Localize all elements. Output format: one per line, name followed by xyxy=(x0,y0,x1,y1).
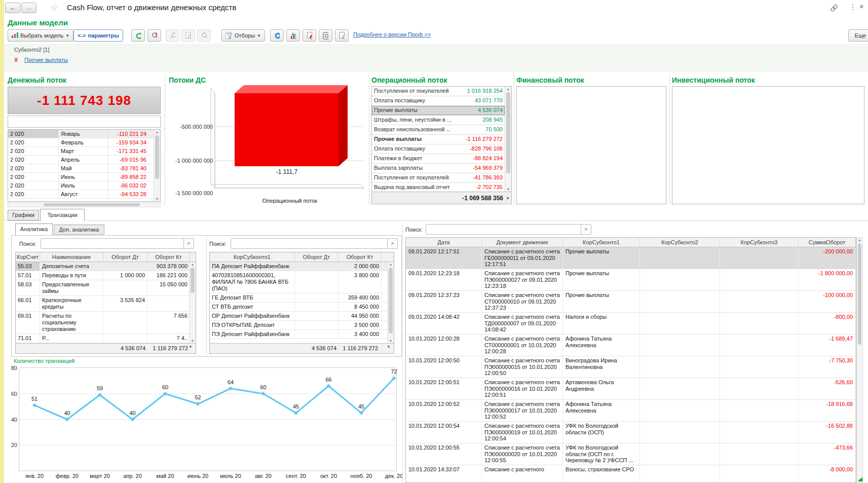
subtab-extra-analytics[interactable]: Доп. аналитика xyxy=(54,225,104,235)
transaction-row[interactable]: 10.01.2020 12:00:28Списание с расчетного… xyxy=(406,335,856,356)
cash-table-row[interactable]: 2 020Май-83 781 40 xyxy=(8,164,160,173)
cash-table-row[interactable]: 2 020Август-94 533 28 xyxy=(8,190,160,199)
flow-list-row[interactable]: Оплата поставщику-828 796 108 xyxy=(372,144,505,154)
transaction-row[interactable]: 10.01.2020 12:00:52Списание с расчетного… xyxy=(406,400,856,422)
flow-list-row[interactable]: Прочие выплаты-1 116 279 272 xyxy=(372,135,505,144)
chevron-down-icon[interactable]: ▼ xyxy=(385,343,393,351)
column-header[interactable]: КорСубконто3 xyxy=(720,238,799,247)
close-icon[interactable]: × xyxy=(859,2,864,11)
transaction-row[interactable]: 10.01.2020 12:00:55Списание с расчетного… xyxy=(406,443,856,465)
clear-search-icon[interactable]: × xyxy=(184,238,194,249)
operational-scrollbar[interactable]: ▲ ▼ xyxy=(505,87,511,192)
transaction-row[interactable]: 10.01.2020 12:00:51Списание с расчетного… xyxy=(406,378,856,400)
clear-search-icon[interactable]: × xyxy=(581,224,591,235)
nav-back-button[interactable]: ← xyxy=(5,3,20,13)
tab-transactions[interactable]: Транзакции xyxy=(40,209,85,221)
column-header[interactable]: КорСчет xyxy=(16,252,40,262)
column-header[interactable]: Дата xyxy=(406,238,482,247)
transactions-search-input[interactable] xyxy=(426,224,581,235)
clear-search-icon[interactable]: × xyxy=(388,238,398,249)
transaction-row[interactable]: 10.01.2020 12:00:54Списание с расчетного… xyxy=(406,422,856,443)
subconto-scrollbar[interactable]: ▲ ▼ xyxy=(387,262,394,343)
refresh-button[interactable] xyxy=(131,29,145,42)
flow-list-row[interactable]: Выплата зарплаты-54 969 379 xyxy=(372,164,505,173)
filters-button[interactable]: Отборы ▼ xyxy=(221,29,265,42)
flow-list-row[interactable]: Поступления от покупателей1 016 918 254 xyxy=(372,87,505,96)
nav-forward-button[interactable]: → xyxy=(21,3,36,13)
column-header[interactable]: Оборот Дт xyxy=(295,252,338,262)
flow-list-row[interactable]: Оплата поставщику43 071 770 xyxy=(372,96,505,106)
cash-table-row[interactable]: 2 020Апрель-69 015 96 xyxy=(8,156,160,164)
transaction-row[interactable]: 10.01.2020 12:00:50Списание с расчетного… xyxy=(406,356,856,378)
cash-table-row[interactable]: 2 020Июнь-89 858 22 xyxy=(8,173,160,181)
favorite-star-icon[interactable]: ☆ xyxy=(50,2,58,13)
remove-filter-icon[interactable]: X xyxy=(14,57,18,63)
transaction-row[interactable]: 09.01.2020 12:17:51Списание с расчетного… xyxy=(406,247,856,269)
accounts-table-row[interactable]: 57.01Переводы в пути1 000 000186 221 000 xyxy=(16,271,196,280)
remove-data-button[interactable]: x xyxy=(303,29,316,42)
column-header[interactable]: Наименование xyxy=(40,252,103,262)
column-header[interactable]: СуммаОборот xyxy=(799,238,856,247)
cash-table-row[interactable]: 2 020Март-171 331 45 xyxy=(8,147,160,156)
subtab-analytics[interactable]: Аналитика xyxy=(15,224,53,235)
credit-cell: 2 000 000 xyxy=(338,262,382,271)
subconto-table-row[interactable]: ПЭ Депозит Райффайзенбанк3 400 000 xyxy=(210,330,394,339)
subconto-table-row[interactable]: 40702810851600000301, ФИЛИАЛ № 7806 БАНК… xyxy=(210,271,394,293)
accounts-search-input[interactable] xyxy=(41,238,184,249)
cash-table-scrollbar[interactable]: ▲ ▼ xyxy=(154,130,160,201)
column-splitter[interactable] xyxy=(206,236,207,356)
more-button[interactable]: Еще xyxy=(848,29,868,42)
cash-year-cell: 2 020 xyxy=(8,181,59,190)
accounts-table-row[interactable]: 66.01Краткосрочные кредиты3 535 824 xyxy=(16,296,196,312)
parameters-button[interactable]: <-> параметры xyxy=(73,29,123,42)
transaction-row[interactable]: 09.01.2020 14:08:42Списание с расчетного… xyxy=(406,313,856,335)
flow-list-row[interactable]: Прочие выплаты4 536 074 xyxy=(372,106,505,116)
add-chart-button[interactable]: + xyxy=(286,29,300,42)
cash-table-hscrollbar[interactable] xyxy=(8,202,161,207)
subconto-table-row[interactable]: ГЕ Депозит ВТБ359 490 000 xyxy=(210,293,394,303)
flow-list-row[interactable]: Поступления от покупателей-41 786 393 xyxy=(372,173,505,183)
cash-table-row[interactable]: 2 020Январь-110 221 24 xyxy=(8,130,160,138)
accounts-table-row[interactable]: 71.01Р...7 4.. xyxy=(16,334,196,343)
transaction-row[interactable]: 10.01.2020 14:33:07Списание с расчетного… xyxy=(406,465,856,483)
report-settings-button[interactable] xyxy=(335,29,349,42)
flow-list-row[interactable]: Штрафы, пени, неустойки в ...208 945 xyxy=(372,116,505,125)
column-header[interactable]: Документ движения xyxy=(482,238,563,247)
accounts-table-row[interactable]: 69.01Расчеты по социальному страхованию7… xyxy=(16,312,196,334)
tab-charts[interactable]: Графики xyxy=(8,210,39,220)
pane-splitter[interactable] xyxy=(402,223,403,483)
subconto-table-row[interactable]: СТ ВТБ депозит8 450 000 xyxy=(210,303,394,312)
transactions-scrollbar[interactable]: ▲ ▼ xyxy=(856,237,863,483)
column-header[interactable]: КорСубконто2 xyxy=(640,238,720,247)
accounts-table-row[interactable]: 58.03Предоставленные займы15 050 000 xyxy=(16,280,196,296)
accounts-table-row[interactable]: 55.03Депозитные счета903 378 000 xyxy=(16,262,196,271)
account-code-cell: 71.01 xyxy=(16,334,40,343)
filter-item-link[interactable]: Прочие выплаты xyxy=(24,57,68,63)
column-header[interactable]: Оборот Кт xyxy=(338,252,382,262)
subconto-table-row[interactable]: ПЭ ОТКРЫТИЕ Депозит3 500 000 xyxy=(210,321,394,330)
cancel-search-button[interactable] xyxy=(147,29,161,42)
menu-kebab-icon[interactable]: ⋮ xyxy=(849,3,856,11)
link-icon[interactable] xyxy=(830,4,838,14)
snapshot-button[interactable] xyxy=(319,29,332,42)
chevron-down-icon[interactable]: ▼ xyxy=(186,343,195,351)
accounts-scrollbar[interactable]: ▲ ▼ xyxy=(189,262,196,343)
flow-list-row[interactable]: Платежи в бюджет-88 824 194 xyxy=(372,154,505,164)
version-info-link[interactable]: Подробнее о версии Проф >> xyxy=(353,31,431,38)
flow-list-row[interactable]: Возврат неиспользованной ...70 500 xyxy=(372,125,505,135)
select-model-button[interactable]: Выбрать модель ▼ xyxy=(8,29,73,42)
subconto-table-row[interactable]: ОР Депозит Райффайзенбанк44 950 000 xyxy=(210,312,394,321)
column-header[interactable]: Оборот Кт xyxy=(147,252,190,262)
bar-front-face[interactable] xyxy=(235,93,338,166)
chevron-down-icon[interactable]: ▼ xyxy=(506,196,510,201)
transaction-row[interactable]: 09.01.2020 12:37:23Списание с расчетного… xyxy=(406,291,856,313)
column-header[interactable]: КорСубконто1 xyxy=(210,252,295,262)
subconto-table-row[interactable]: ПА Депозит Райффайзенбанк2 000 000 xyxy=(210,262,394,271)
column-header[interactable]: Оборот Дт xyxy=(103,252,147,262)
subconto-search-input[interactable] xyxy=(231,238,388,249)
settings-button[interactable] xyxy=(270,29,284,42)
column-header[interactable]: КорСубконто1 xyxy=(563,238,640,247)
cash-table-row[interactable]: 2 020Июль-96 032 02 xyxy=(8,181,160,190)
transaction-row[interactable]: 09.01.2020 12:23:18Списание с расчетного… xyxy=(406,269,856,291)
cash-table-row[interactable]: 2 020Февраль-159 934 34 xyxy=(8,138,160,147)
